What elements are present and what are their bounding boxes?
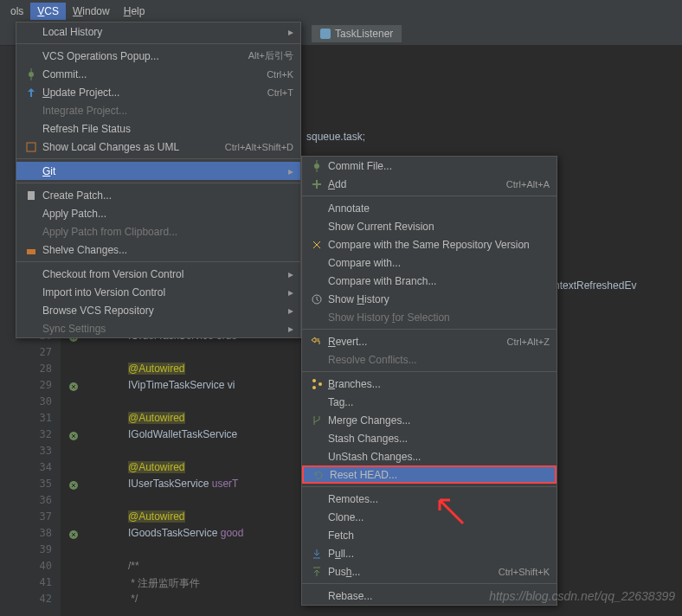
line-number: 34 bbox=[35, 461, 52, 473]
line-number: 41 bbox=[35, 576, 52, 588]
menu-item-commit-file-[interactable]: Commit File... bbox=[302, 157, 557, 175]
menu-item-show-local-changes-as-uml[interactable]: Show Local Changes as UMLCtrl+Alt+Shift+… bbox=[16, 138, 300, 156]
menu-item-vcs-operations-popup-[interactable]: VCS Operations Popup...Alt+后引号 bbox=[16, 47, 300, 65]
menu-item-reset-head-[interactable]: Reset HEAD... bbox=[302, 465, 557, 484]
menu-label: Checkout from Version Control bbox=[42, 268, 281, 280]
menu-item-add[interactable]: AddCtrl+Alt+A bbox=[302, 175, 557, 193]
svg-point-5 bbox=[29, 72, 34, 77]
menu-item-compare-with-branch-[interactable]: Compare with Branch... bbox=[302, 272, 557, 290]
submenu-arrow: ▸ bbox=[288, 165, 293, 177]
code-line[interactable]: /** bbox=[128, 560, 139, 572]
patch-icon bbox=[23, 189, 39, 202]
menu-item-show-history[interactable]: Show History bbox=[302, 290, 557, 308]
code-line[interactable]: IGoodsTaskService good bbox=[128, 527, 243, 539]
gutter-bean-icon[interactable] bbox=[68, 479, 80, 494]
gutter-bean-icon[interactable] bbox=[68, 529, 80, 543]
gutter-bean-icon[interactable] bbox=[68, 430, 80, 445]
commit-icon bbox=[23, 68, 39, 80]
menu-item-local-history[interactable]: Local History▸ bbox=[16, 22, 300, 41]
menu-item-update-project-[interactable]: Update Project...Ctrl+T bbox=[16, 83, 300, 101]
menu-label: Show Current Revision bbox=[328, 221, 550, 233]
menu-label: Fetch bbox=[328, 529, 550, 542]
add-icon bbox=[309, 178, 325, 190]
menu-item-remotes-[interactable]: Remotes... bbox=[302, 490, 557, 508]
menu-item-apply-patch-from-clipboard-: Apply Patch from Clipboard... bbox=[16, 222, 300, 241]
class-icon bbox=[320, 29, 331, 39]
svg-point-11 bbox=[312, 379, 316, 382]
menu-item-clone-[interactable]: Clone... bbox=[302, 508, 557, 526]
code-line[interactable]: @Autowired bbox=[128, 510, 185, 523]
menu-item-pull-[interactable]: Pull... bbox=[302, 544, 557, 562]
menu-item-merge-changes-[interactable]: Merge Changes... bbox=[302, 411, 557, 429]
menu-item-annotate[interactable]: Annotate bbox=[302, 199, 557, 217]
menu-vcs[interactable]: VCS bbox=[30, 3, 66, 20]
menu-label: Show History for Selection bbox=[328, 311, 550, 324]
shortcut: Ctrl+T bbox=[267, 87, 293, 98]
gutter-bean-icon[interactable] bbox=[68, 381, 80, 395]
menu-item-show-current-revision[interactable]: Show Current Revision bbox=[302, 217, 557, 235]
menu-item-commit-[interactable]: Commit...Ctrl+K bbox=[16, 65, 300, 83]
menu-tools[interactable]: ols bbox=[3, 3, 30, 20]
menu-label: Show History bbox=[328, 293, 550, 305]
menu-help[interactable]: Help bbox=[117, 3, 152, 20]
tab-label: TaskListener bbox=[335, 28, 393, 40]
menu-item-shelve-changes-[interactable]: Shelve Changes... bbox=[16, 241, 300, 259]
code-line[interactable]: IVipTimeTaskService vi bbox=[128, 379, 235, 391]
tab-tasklistener[interactable]: TaskListener bbox=[312, 25, 402, 42]
menu-item-compare-with-the-same-repository-version[interactable]: Compare with the Same Repository Version bbox=[302, 235, 557, 253]
menu-item-unstash-changes-[interactable]: UnStash Changes... bbox=[302, 447, 557, 465]
line-number: 28 bbox=[35, 363, 52, 375]
menu-item-stash-changes-[interactable]: Stash Changes... bbox=[302, 429, 557, 447]
line-number: 36 bbox=[35, 494, 52, 506]
line-number: 31 bbox=[35, 412, 52, 424]
menu-item-browse-vcs-repository[interactable]: Browse VCS Repository▸ bbox=[16, 301, 300, 319]
menu-window[interactable]: Window bbox=[66, 3, 117, 20]
submenu-arrow: ▸ bbox=[288, 305, 293, 317]
menu-label: Stash Changes... bbox=[328, 433, 550, 445]
submenu-arrow: ▸ bbox=[288, 323, 293, 335]
menu-label: Commit File... bbox=[328, 160, 550, 172]
code-line[interactable]: @Autowired bbox=[128, 461, 185, 473]
menu-item-push-[interactable]: Push...Ctrl+Shift+K bbox=[302, 562, 557, 581]
menu-label: Show Local Changes as UML bbox=[42, 141, 225, 153]
menu-item-checkout-from-version-control[interactable]: Checkout from Version Control▸ bbox=[16, 265, 300, 283]
menu-label: Import into Version Control bbox=[42, 286, 281, 298]
pull-icon bbox=[309, 548, 325, 560]
menu-item-import-into-version-control[interactable]: Import into Version Control▸ bbox=[16, 283, 300, 301]
line-number: 42 bbox=[35, 593, 52, 605]
commit-icon bbox=[309, 160, 325, 172]
line-number: 38 bbox=[35, 527, 52, 539]
history-icon bbox=[309, 293, 325, 305]
code-line[interactable]: IGoldWalletTaskService bbox=[128, 428, 237, 440]
menu-label: Revert... bbox=[328, 336, 506, 348]
svg-point-9 bbox=[314, 164, 319, 169]
menu-label: Merge Changes... bbox=[328, 414, 550, 427]
menu-item-sync-settings: Sync Settings▸ bbox=[16, 319, 300, 337]
shortcut: Ctrl+Alt+Z bbox=[506, 337, 550, 347]
code-line[interactable]: IUserTaskService userT bbox=[128, 478, 238, 490]
code-line[interactable]: @Autowired bbox=[128, 412, 185, 424]
vcs-dropdown: Local History▸VCS Operations Popup...Alt… bbox=[16, 22, 301, 338]
menu-item-git[interactable]: Git▸ bbox=[16, 162, 300, 180]
menu-item-fetch[interactable]: Fetch bbox=[302, 526, 557, 544]
menu-label: Apply Patch from Clipboard... bbox=[42, 226, 293, 238]
menu-item-resolve-conflicts-: Resolve Conflicts... bbox=[302, 350, 557, 369]
menu-item-create-patch-[interactable]: Create Patch... bbox=[16, 186, 300, 204]
menu-item-branches-[interactable]: Branches... bbox=[302, 375, 557, 393]
menu-item-compare-with-[interactable]: Compare with... bbox=[302, 253, 557, 272]
code-line[interactable]: * 注册监听事件 bbox=[128, 576, 200, 591]
svg-point-13 bbox=[318, 382, 322, 386]
code-line[interactable]: */ bbox=[128, 593, 138, 605]
svg-rect-7 bbox=[28, 191, 35, 200]
menu-item-apply-patch-[interactable]: Apply Patch... bbox=[16, 204, 300, 222]
revert-icon bbox=[309, 336, 325, 348]
code-line[interactable]: @Autowired bbox=[128, 363, 185, 375]
submenu-arrow: ▸ bbox=[288, 26, 293, 38]
menu-label: Compare with... bbox=[328, 257, 550, 269]
menu-label: Create Patch... bbox=[42, 189, 293, 202]
menu-item-revert-[interactable]: Revert...Ctrl+Alt+Z bbox=[302, 332, 557, 350]
svg-rect-6 bbox=[27, 143, 35, 151]
menu-item-tag-[interactable]: Tag... bbox=[302, 393, 557, 411]
reset-icon bbox=[311, 469, 326, 481]
menu-item-refresh-file-status[interactable]: Refresh File Status bbox=[16, 119, 300, 138]
